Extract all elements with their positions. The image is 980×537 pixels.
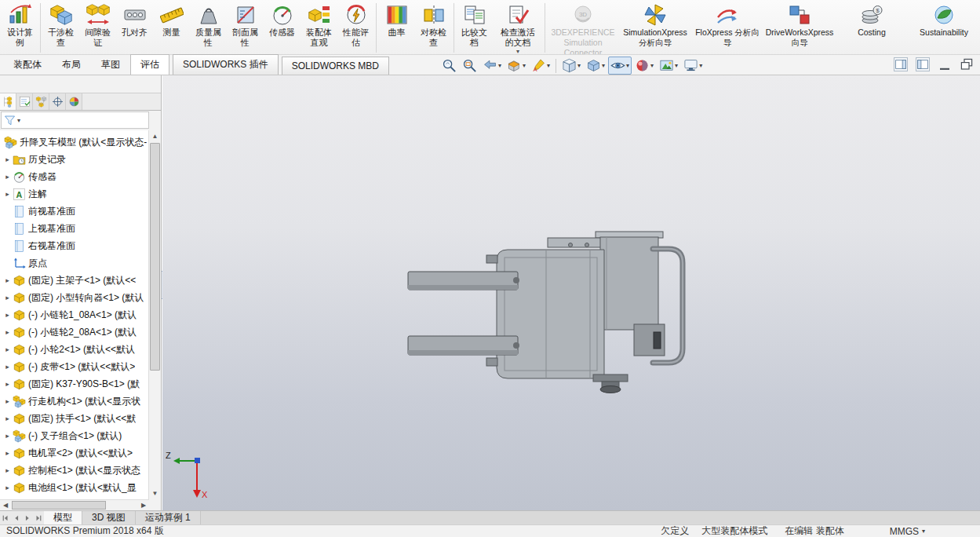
dropdown-arrow-icon[interactable]: ▾ <box>523 62 526 69</box>
ribbon-button-measure[interactable]: 测量 <box>153 2 190 38</box>
panel-tab-displaymanager[interactable] <box>66 93 82 110</box>
dropdown-arrow-icon[interactable]: ▾ <box>577 62 581 69</box>
dropdown-arrow-icon[interactable]: ▾ <box>699 62 702 69</box>
tree-item[interactable]: ▸(固定) 扶手<1> (默认<<默 <box>0 410 149 427</box>
tab-layout[interactable]: 布局 <box>52 54 91 75</box>
horizontal-scroll-thumb[interactable] <box>12 501 106 510</box>
tree-item[interactable]: ▸(-) 皮带<1> (默认<<默认> <box>0 358 149 375</box>
section-view-button[interactable]: ▾ <box>505 57 528 75</box>
expand-arrow-icon[interactable]: ▸ <box>2 397 13 405</box>
tree-item[interactable]: 前视基准面 <box>0 203 149 220</box>
expand-arrow-icon[interactable]: ▸ <box>2 484 13 491</box>
scroll-right-button[interactable]: ▶ <box>138 500 149 510</box>
ribbon-button-driveworksxpress-wizard[interactable]: DriveWorksXpress 向导 <box>763 2 836 48</box>
tree-item[interactable]: ▸(-) 叉子组合<1> (默认) <box>0 427 149 444</box>
filter-bar[interactable]: ▾ <box>1 111 149 129</box>
right-pane-toggle-button[interactable] <box>916 57 930 71</box>
ribbon-button-compare-documents[interactable]: 比较文档 <box>456 2 493 48</box>
expand-arrow-icon[interactable]: ▸ <box>2 294 13 301</box>
expand-arrow-icon[interactable]: ▸ <box>2 311 13 319</box>
tab-evaluate[interactable]: 评估 <box>130 54 169 75</box>
expand-arrow-icon[interactable]: ▸ <box>2 155 13 163</box>
tab-assembly[interactable]: 装配体 <box>3 54 52 75</box>
tab-sketch[interactable]: 草图 <box>91 54 130 75</box>
dropdown-arrow-icon[interactable]: ▾ <box>626 62 629 69</box>
panel-tab-propertymanager[interactable] <box>16 93 33 110</box>
document-tab-3d-views[interactable]: 3D 视图 <box>82 511 136 524</box>
annotation-view-button[interactable]: A▾ <box>529 57 552 75</box>
ribbon-button-clearance-verification[interactable]: 间隙验证 <box>79 2 116 48</box>
tree-item[interactable]: 右视基准面 <box>0 237 149 254</box>
minimize-document-button[interactable] <box>938 57 952 71</box>
expand-arrow-icon[interactable]: ▸ <box>2 380 13 388</box>
ribbon-button-assembly-visualization[interactable]: 装配体直观 <box>301 2 337 48</box>
document-tab-motion-study-1[interactable]: 运动算例 1 <box>136 511 201 524</box>
ribbon-button-curvature[interactable]: 曲率 <box>378 2 415 38</box>
ribbon-button-interference-check[interactable]: 干涉检查 <box>42 2 79 48</box>
tree-item[interactable]: ▸(固定) 主架子<1> (默认<< <box>0 272 149 289</box>
hide-show-items-button[interactable]: ▾ <box>608 57 632 75</box>
expand-arrow-icon[interactable]: ▸ <box>2 328 13 336</box>
apply-scene-button[interactable]: ▾ <box>657 57 680 75</box>
panel-tab-featuremanager[interactable] <box>0 93 16 110</box>
dropdown-arrow-icon[interactable]: ▾ <box>602 62 605 69</box>
tree-item[interactable]: ▸历史记录 <box>0 151 149 168</box>
units-selector[interactable]: MMGS ▾ <box>890 526 925 537</box>
scroll-down-button[interactable]: ▼ <box>149 488 161 499</box>
tree-item[interactable]: ▸(-) 小链轮2_08A<1> (默认 <box>0 323 149 341</box>
ribbon-button-section-properties[interactable]: 剖面属性 <box>227 2 264 48</box>
panel-tab-dimxpertmanager[interactable] <box>49 93 66 110</box>
dropdown-arrow-icon[interactable]: ▾ <box>498 62 501 69</box>
view-settings-button[interactable]: ▾ <box>681 57 705 75</box>
dropdown-arrow-icon[interactable]: ▾ <box>675 62 678 69</box>
ribbon-button-simulationxpress-wizard[interactable]: SimulationXpress 分析向导 <box>619 2 691 48</box>
tree-item[interactable]: ▸(固定) 小型转向器<1> (默认 <box>0 289 149 306</box>
restore-document-button[interactable] <box>960 57 974 71</box>
tree-root-item[interactable]: 升降叉车模型 (默认<显示状态- <box>0 133 149 151</box>
tree-item[interactable]: ▸A注解 <box>0 185 149 203</box>
ribbon-button-performance-evaluation[interactable]: 性能评估 <box>337 2 374 48</box>
tree-item[interactable]: ▸(固定) K37-Y90S-B<1> (默 <box>0 375 149 393</box>
ribbon-button-sensor[interactable]: 传感器 <box>264 2 301 38</box>
previous-tab-button[interactable] <box>11 511 22 524</box>
tree-item[interactable]: ▸电机罩<2> (默认<<默认> <box>0 444 149 462</box>
ribbon-button-costing[interactable]: $Costing <box>836 2 908 38</box>
expand-arrow-icon[interactable]: ▸ <box>2 449 13 457</box>
tree-horizontal-scrollbar[interactable]: ◀ ▶ <box>0 499 149 510</box>
expand-arrow-icon[interactable]: ▸ <box>2 276 13 284</box>
ribbon-button-check-active-document[interactable]: 检查激活的文档▾ <box>493 2 543 55</box>
ribbon-button-hole-alignment[interactable]: 孔对齐 <box>116 2 153 38</box>
document-tab-model[interactable]: 模型 <box>44 511 82 524</box>
tree-item[interactable]: ▸电池组<1> (默认<默认_显 <box>0 479 149 496</box>
dropdown-arrow-icon[interactable]: ▾ <box>516 48 519 55</box>
expand-arrow-icon[interactable]: ▸ <box>2 345 13 353</box>
tree-vertical-scrollbar[interactable]: ▲ ▼ <box>148 130 161 499</box>
ribbon-button-design-study[interactable]: 设计算例 <box>2 2 38 48</box>
dropdown-arrow-icon[interactable]: ▾ <box>650 62 654 69</box>
edit-appearance-button[interactable]: ▾ <box>632 57 656 75</box>
tab-solidworks-addins[interactable]: SOLIDWORKS 插件 <box>173 54 279 75</box>
scroll-left-button[interactable]: ◀ <box>0 500 11 510</box>
display-style-button[interactable]: ▾ <box>584 57 607 75</box>
tree-item[interactable]: ▸行走机构<1> (默认<显示状 <box>0 393 149 410</box>
assembly-mode-label[interactable]: 大型装配体模式 <box>701 524 767 537</box>
view-orientation-button[interactable]: ▾ <box>559 57 583 75</box>
ribbon-button-sustainability[interactable]: Sustainability <box>908 2 980 38</box>
ribbon-button-mass-properties[interactable]: 质量属性 <box>190 2 227 48</box>
dropdown-arrow-icon[interactable]: ▾ <box>547 62 550 69</box>
vertical-scroll-thumb[interactable] <box>150 143 160 371</box>
scroll-up-button[interactable]: ▲ <box>149 130 161 142</box>
tree-item[interactable]: ▸(-) 小轮2<1> (默认<<默认 <box>0 341 149 358</box>
expand-arrow-icon[interactable]: ▸ <box>2 466 13 474</box>
first-tab-button[interactable] <box>0 511 11 524</box>
ribbon-button-symmetry-check[interactable]: 对称检查 <box>415 2 452 48</box>
next-tab-button[interactable] <box>22 511 33 524</box>
tree-item[interactable]: 原点 <box>0 254 149 272</box>
zoom-to-fit-button[interactable] <box>439 57 459 75</box>
tree-item[interactable]: 上视基准面 <box>0 220 149 237</box>
tree-item[interactable]: ▸控制柜<1> (默认<显示状态 <box>0 462 149 479</box>
graphics-viewport[interactable]: Z X <box>162 75 980 510</box>
ribbon-button-floxpress-wizard[interactable]: FloXpress 分析向导 <box>691 2 763 48</box>
expand-arrow-icon[interactable]: ▸ <box>2 190 13 198</box>
expand-arrow-icon[interactable]: ▸ <box>2 173 13 181</box>
